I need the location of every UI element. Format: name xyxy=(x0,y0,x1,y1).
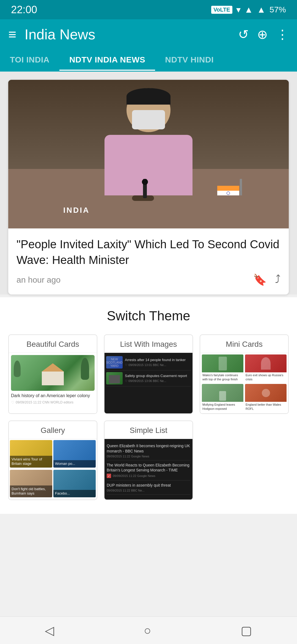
simple-list-item: The World Reacts to Queen Elizabeth Beco… xyxy=(107,460,190,481)
theme-gallery-preview: Viviani wins Tour of Britain stage Woman… xyxy=(9,439,97,500)
news-feed: INDIA "People Invited Laxity" Which Led … xyxy=(0,72,297,294)
signal2-icon: ▲ xyxy=(257,5,266,15)
wifi-icon: ▾ xyxy=(236,4,241,15)
theme-mini-cards-preview: Wales's fairytale continues with top of … xyxy=(200,353,288,413)
list-item: NEW SCOTLAND YARD Arrests after 14 peopl… xyxy=(106,354,191,370)
news-card[interactable]: INDIA "People Invited Laxity" Which Led … xyxy=(8,80,289,294)
theme-simple-list-preview: Queen Elizabeth II becomes longest-reign… xyxy=(105,439,193,500)
mini-card: Euro exit shows up Russia's crisis 11:05 xyxy=(245,354,287,382)
volte-icon: VoLTE xyxy=(211,6,232,14)
more-options-icon[interactable]: ⋮ xyxy=(276,27,289,42)
heart-icon: ♡ xyxy=(11,400,15,405)
mini-card: England better than Wales ROFL 08:45 xyxy=(245,384,287,412)
simple-list-item: DUP ministers in assembly quit threat 09… xyxy=(107,481,190,495)
gallery-item: Viviani wins Tour of Britain stage xyxy=(10,440,52,468)
home-button[interactable]: ○ xyxy=(136,621,160,640)
switch-theme-panel: Switch Theme Beautiful Cards Dark histor… xyxy=(0,297,297,514)
battery-level: 57% xyxy=(270,5,286,14)
mini-card: Wales's fairytale continues with top of … xyxy=(202,354,243,382)
desk-label: INDIA xyxy=(63,206,90,215)
menu-icon[interactable]: ≡ xyxy=(8,28,16,41)
theme-list-preview: NEW SCOTLAND YARD Arrests after 14 peopl… xyxy=(105,353,193,413)
tab-ndtv-hindi[interactable]: NDTV HINDI xyxy=(155,50,224,71)
gallery-item: Don't fight old battles, Burnham says xyxy=(10,470,52,497)
signal-icon: ▲ xyxy=(244,5,253,15)
check-icon: ✓ xyxy=(107,474,111,478)
status-icons: VoLTE ▾ ▲ ▲ 57% xyxy=(211,4,286,15)
page-title: India News xyxy=(24,26,230,43)
theme-list-with-images[interactable]: List With Images NEW SCOTLAND YARD Arres… xyxy=(104,334,193,414)
app-bar-actions: ↺ ⊕ ⋮ xyxy=(238,27,289,42)
theme-simple-list-label: Simple List xyxy=(105,421,193,439)
add-user-icon[interactable]: ⊕ xyxy=(257,27,268,42)
list-item: Safety group disputes Casement report ♡ … xyxy=(106,370,191,386)
theme-beautiful-cards-label: Beautiful Cards xyxy=(9,335,97,353)
status-bar: 22:00 VoLTE ▾ ▲ ▲ 57% xyxy=(0,0,297,19)
news-meta: an hour ago 🔖 ⤴ xyxy=(16,273,280,286)
tab-bar: TOI INDIA NDTV INDIA NEWS NDTV HINDI xyxy=(0,50,297,72)
theme-simple-list[interactable]: Simple List Queen Elizabeth II becomes l… xyxy=(104,421,193,500)
tab-toi-india[interactable]: TOI INDIA xyxy=(0,50,59,71)
bottom-nav: ◁ ○ ▢ xyxy=(0,616,297,644)
news-title: "People Invited Laxity" Which Led To Sec… xyxy=(16,237,280,268)
mini-card: Mollying England leaves Hodgson exposed … xyxy=(202,384,243,412)
share-icon[interactable]: ⤴ xyxy=(275,273,280,286)
gallery-item: Facebo... xyxy=(53,470,96,497)
theme-gallery-label: Gallery xyxy=(9,421,97,439)
theme-mini-cards-label: Mini Cards xyxy=(200,335,288,353)
theme-mini-cards[interactable]: Mini Cards Wales's fairytale continues w… xyxy=(200,334,289,414)
list-thumb xyxy=(106,372,123,384)
theme-beautiful-cards[interactable]: Beautiful Cards Dark history of an Ameri… xyxy=(8,334,97,414)
news-timestamp: an hour ago xyxy=(16,275,61,285)
simple-list-item: Queen Elizabeth II becomes longest-reign… xyxy=(107,441,190,460)
theme-beautiful-cards-preview: Dark history of an American leper colony… xyxy=(9,353,97,413)
recents-button[interactable]: ▢ xyxy=(232,621,260,640)
beautiful-cards-caption: Dark history of an American leper colony xyxy=(11,393,95,399)
theme-list-with-images-label: List With Images xyxy=(105,335,193,353)
gallery-item: Woman po... xyxy=(53,440,96,468)
theme-gallery[interactable]: Gallery Viviani wins Tour of Britain sta… xyxy=(8,421,97,500)
theme-grid: Beautiful Cards Dark history of an Ameri… xyxy=(8,334,289,500)
news-image: INDIA xyxy=(8,80,289,228)
list-thumb: NEW SCOTLAND YARD xyxy=(106,356,123,369)
refresh-icon[interactable]: ↺ xyxy=(238,27,249,42)
app-bar: ≡ India News ↺ ⊕ ⋮ xyxy=(0,19,297,50)
switch-theme-title: Switch Theme xyxy=(8,308,289,323)
tab-ndtv-india-news[interactable]: NDTV INDIA NEWS xyxy=(59,50,155,71)
back-button[interactable]: ◁ xyxy=(37,621,62,640)
news-content: "People Invited Laxity" Which Led To Sec… xyxy=(8,228,289,294)
status-time: 22:00 xyxy=(11,4,37,16)
news-actions: 🔖 ⤴ xyxy=(253,273,280,286)
bookmark-icon[interactable]: 🔖 xyxy=(253,273,267,286)
